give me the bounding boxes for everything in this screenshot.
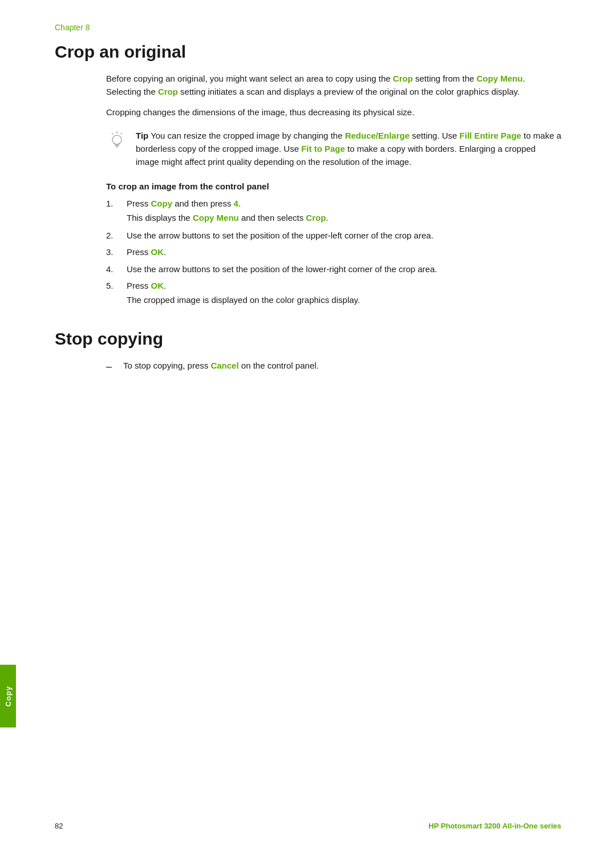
step-2-num: 2. [106, 229, 127, 242]
step-1-sub-before: This displays the [127, 213, 193, 223]
step-4-content: Use the arrow buttons to set the positio… [127, 262, 561, 276]
step-1-subline: This displays the Copy Menu and then sel… [127, 211, 561, 224]
step-1-content: Press Copy and then press 4. This displa… [127, 197, 561, 226]
tip-text-body-2: setting. Use [410, 131, 460, 140]
stop-copying-title: Stop copying [55, 329, 561, 349]
stop-text-before: To stop copying, press [123, 361, 210, 370]
tip-box: Tip You can resize the cropped image by … [106, 129, 561, 169]
crop-link-1: Crop [393, 74, 413, 83]
tip-text: Tip You can resize the cropped image by … [136, 129, 561, 169]
copy-menu-link-1: Copy Menu [477, 74, 523, 83]
bullet-dash: – [106, 359, 117, 375]
step-3-ok: OK [151, 247, 164, 257]
step-1-text-after: . [238, 199, 241, 208]
step-3-before: Press [127, 247, 151, 257]
crop-section-title: Crop an original [55, 42, 561, 62]
step-5-ok: OK [151, 281, 164, 290]
intro-text-1b: setting from the [413, 74, 477, 83]
step-5: 5. Press OK. The cropped image is displa… [106, 279, 561, 308]
step-4: 4. Use the arrow buttons to set the posi… [106, 262, 561, 276]
step-1-text-mid: and then press [172, 199, 234, 208]
lightbulb-icon [106, 130, 128, 152]
stop-copying-text: To stop copying, press Cancel on the con… [123, 359, 319, 372]
step-5-subline: The cropped image is displayed on the co… [127, 293, 561, 306]
step-3-after: . [164, 247, 166, 257]
footer-product: HP Photosmart 3200 All-in-One series [428, 822, 561, 830]
svg-line-1 [121, 133, 123, 135]
stop-copying-section: Stop copying – To stop copying, press Ca… [55, 329, 561, 375]
page-container: Chapter 8 Crop an original Before copyin… [0, 0, 616, 853]
step-3-num: 3. [106, 245, 127, 258]
step-5-after: . [164, 281, 166, 290]
step-1-text-before: Press [127, 199, 151, 208]
sidebar-tab-label: Copy [4, 686, 13, 707]
procedure-heading: To crop an image from the control panel [106, 181, 561, 191]
step-5-before: Press [127, 281, 151, 290]
step-1-num: 1. [106, 197, 127, 210]
step-5-content: Press OK. The cropped image is displayed… [127, 279, 561, 308]
reduce-enlarge-link: Reduce/Enlarge [345, 131, 410, 140]
stop-text-after: on the control panel. [239, 361, 319, 370]
crop-intro-p1: Before copying an original, you might wa… [106, 72, 561, 99]
cancel-link: Cancel [210, 361, 238, 370]
svg-line-2 [112, 133, 114, 135]
intro-text-1: Before copying an original, you might wa… [106, 74, 393, 83]
step-2: 2. Use the arrow buttons to set the posi… [106, 229, 561, 242]
step-2-content: Use the arrow buttons to set the positio… [127, 229, 561, 242]
step-1-sub-mid: and then selects [239, 213, 306, 223]
step-3: 3. Press OK. [106, 245, 561, 258]
steps-list: 1. Press Copy and then press 4. This dis… [106, 197, 561, 308]
step-1: 1. Press Copy and then press 4. This dis… [106, 197, 561, 226]
tip-label: Tip [136, 131, 148, 140]
footer-page-number: 82 [55, 822, 63, 830]
sidebar-tab: Copy [0, 665, 16, 727]
step-5-num: 5. [106, 279, 127, 292]
step-1-sub-after: . [326, 213, 328, 223]
svg-point-3 [112, 135, 121, 144]
intro-text-1d: setting initiates a scan and displays a … [178, 87, 520, 96]
step-1-copy-green: Copy [151, 199, 173, 208]
tip-text-body-1: You can resize the cropped image by chan… [151, 131, 345, 140]
step-1-num-green: 4 [234, 199, 238, 208]
step-1-copy-menu: Copy Menu [193, 213, 239, 223]
fill-entire-page-link: Fill Entire Page [460, 131, 521, 140]
crop-link-2: Crop [158, 87, 178, 96]
footer: 82 HP Photosmart 3200 All-in-One series [55, 822, 561, 830]
step-3-content: Press OK. [127, 245, 561, 258]
crop-intro-p2: Cropping changes the dimensions of the i… [106, 106, 561, 119]
stop-copying-bullet: – To stop copying, press Cancel on the c… [106, 359, 561, 375]
step-4-num: 4. [106, 262, 127, 276]
step-1-crop: Crop [306, 213, 326, 223]
fit-to-page-link: Fit to Page [301, 144, 345, 153]
chapter-label: Chapter 8 [55, 23, 561, 32]
